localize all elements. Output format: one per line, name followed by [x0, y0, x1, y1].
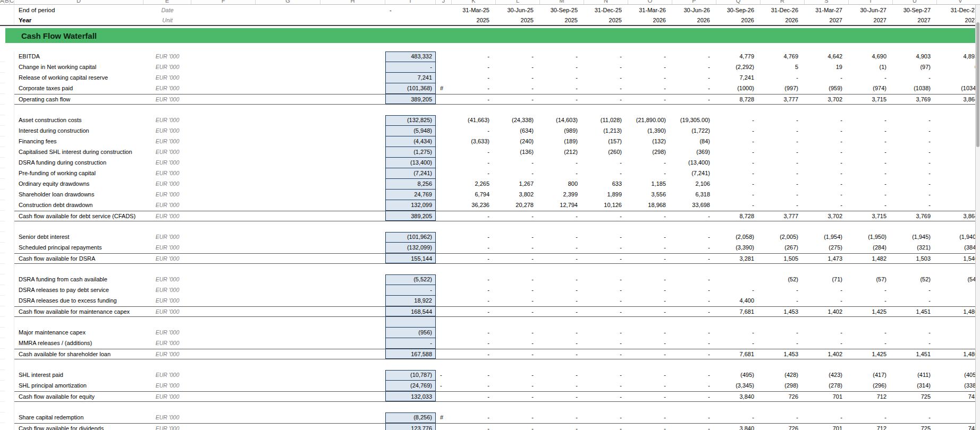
cell-value[interactable]: -	[805, 136, 849, 147]
cell-value[interactable]: -	[540, 296, 584, 306]
cell-value[interactable]: -	[540, 424, 584, 430]
cell-value[interactable]: 6	[937, 62, 980, 73]
cell-value[interactable]: (321)	[893, 243, 937, 253]
cell-value[interactable]: -	[761, 200, 805, 211]
period-header-cell[interactable]: 31-Mar-26	[628, 7, 672, 13]
cell-value[interactable]: -	[628, 381, 672, 391]
cell-unit[interactable]: EUR '000	[143, 285, 191, 296]
cell-value[interactable]: (989)	[540, 126, 584, 136]
cell-value[interactable]: -	[937, 115, 980, 126]
cell-value[interactable]: -	[584, 392, 628, 401]
cell-value[interactable]: -	[849, 136, 893, 147]
cell-value[interactable]: -	[540, 73, 584, 83]
cell-value[interactable]: 12,794	[540, 200, 584, 211]
cell-total[interactable]: 24,769	[385, 190, 436, 200]
cell-value[interactable]: -	[540, 349, 584, 359]
cell-value[interactable]: -	[937, 168, 980, 179]
cell-value[interactable]: -	[628, 51, 672, 62]
header-dash-cell[interactable]: -	[385, 7, 436, 13]
cell-value[interactable]: 3,281	[716, 254, 761, 263]
cell-value[interactable]: 701	[805, 392, 849, 401]
cell-value[interactable]: (369)	[672, 147, 716, 158]
cell-value[interactable]: -	[805, 200, 849, 211]
cell-value[interactable]: -	[452, 147, 496, 158]
cell-value[interactable]: (11,028)	[584, 115, 628, 126]
cell-value[interactable]: -	[937, 73, 980, 83]
cell-value[interactable]: -	[893, 126, 937, 136]
cell-label[interactable]: Senior debt interest	[14, 232, 143, 243]
cell-value[interactable]: 4,642	[805, 51, 849, 62]
cell-value[interactable]: -	[893, 168, 937, 179]
cell-value[interactable]: 1,425	[849, 349, 893, 359]
cell-value[interactable]: -	[584, 211, 628, 221]
cell-value[interactable]: -	[496, 94, 540, 104]
cell-value[interactable]: -	[849, 73, 893, 83]
cell-unit[interactable]: EUR '000	[143, 243, 191, 253]
cell-value[interactable]: (1000)	[716, 83, 761, 94]
year-label-cell[interactable]: Year	[14, 17, 143, 23]
cell-value[interactable]: 3,702	[805, 94, 849, 104]
cell-value[interactable]: -	[584, 370, 628, 381]
cell-value[interactable]: -	[893, 179, 937, 190]
column-letter-E[interactable]: E	[143, 0, 191, 5]
cell-value[interactable]: -	[716, 200, 761, 211]
cell-value[interactable]: -	[716, 328, 761, 338]
cell-marker[interactable]	[436, 274, 452, 285]
cell-value[interactable]: -	[540, 62, 584, 73]
cell-value[interactable]: -	[672, 94, 716, 104]
cell-value[interactable]: 19	[805, 62, 849, 73]
cell-value[interactable]: -	[584, 274, 628, 285]
cell-value[interactable]: -	[496, 328, 540, 338]
cell-value[interactable]: 743	[937, 392, 980, 401]
cell-value[interactable]: -	[849, 190, 893, 200]
cell-unit[interactable]: EUR '000	[143, 147, 191, 158]
cell-value[interactable]: 1,453	[761, 307, 805, 316]
cell-value[interactable]: -	[761, 158, 805, 168]
cell-value[interactable]: -	[893, 147, 937, 158]
cell-marker[interactable]	[436, 62, 452, 73]
cell-value[interactable]: 726	[761, 392, 805, 401]
cell-value[interactable]: -	[761, 338, 805, 349]
cell-marker[interactable]	[436, 179, 452, 190]
cell-value[interactable]: -	[849, 412, 893, 423]
cell-value[interactable]: -	[672, 296, 716, 306]
cell-value[interactable]: -	[893, 328, 937, 338]
cell-value[interactable]: -	[761, 412, 805, 423]
cell-value[interactable]: -	[540, 274, 584, 285]
cell-value[interactable]: -	[849, 115, 893, 126]
cell-value[interactable]: -	[496, 349, 540, 359]
cell-value[interactable]: (41,663)	[452, 115, 496, 126]
cell-total[interactable]: 7,241	[385, 73, 436, 83]
cell-value[interactable]: -	[672, 274, 716, 285]
cell-value[interactable]: 1,402	[805, 349, 849, 359]
cell-value[interactable]: 725	[893, 392, 937, 401]
cell-unit[interactable]: EUR '000	[143, 349, 191, 359]
cell-value[interactable]: 3,702	[805, 211, 849, 221]
cell-label[interactable]: Cash available for shareholder loan	[14, 349, 143, 359]
cell-value[interactable]: 743	[937, 424, 980, 430]
cell-value[interactable]: 4,769	[761, 51, 805, 62]
cell-value[interactable]: -	[761, 136, 805, 147]
cell-total[interactable]: (132,099)	[385, 243, 436, 253]
cell-value[interactable]: 6,794	[452, 190, 496, 200]
cell-value[interactable]: -	[849, 338, 893, 349]
cell-unit[interactable]: EUR '000	[143, 211, 191, 221]
cell-value[interactable]: -	[584, 168, 628, 179]
cell-unit[interactable]: EUR '000	[143, 254, 191, 263]
cell-unit[interactable]: EUR '000	[143, 73, 191, 83]
cell-unit[interactable]: EUR '000	[143, 168, 191, 179]
cell-value[interactable]: (1,950)	[849, 232, 893, 243]
cell-value[interactable]: -	[452, 328, 496, 338]
cell-value[interactable]: 3,864	[937, 94, 980, 104]
cell-marker[interactable]: -	[436, 370, 452, 381]
year-header-cell[interactable]: 2026	[761, 17, 805, 23]
year-header-cell[interactable]: 2025	[584, 17, 628, 23]
cell-value[interactable]: 3,769	[893, 211, 937, 221]
cell-unit[interactable]: EUR '000	[143, 232, 191, 243]
cell-value[interactable]: -	[584, 381, 628, 391]
cell-value[interactable]: -	[540, 254, 584, 263]
cell-value[interactable]: -	[761, 115, 805, 126]
cell-value[interactable]: 7,681	[716, 349, 761, 359]
cell-value[interactable]: -	[937, 190, 980, 200]
cell-total[interactable]: 168,544	[385, 307, 436, 316]
